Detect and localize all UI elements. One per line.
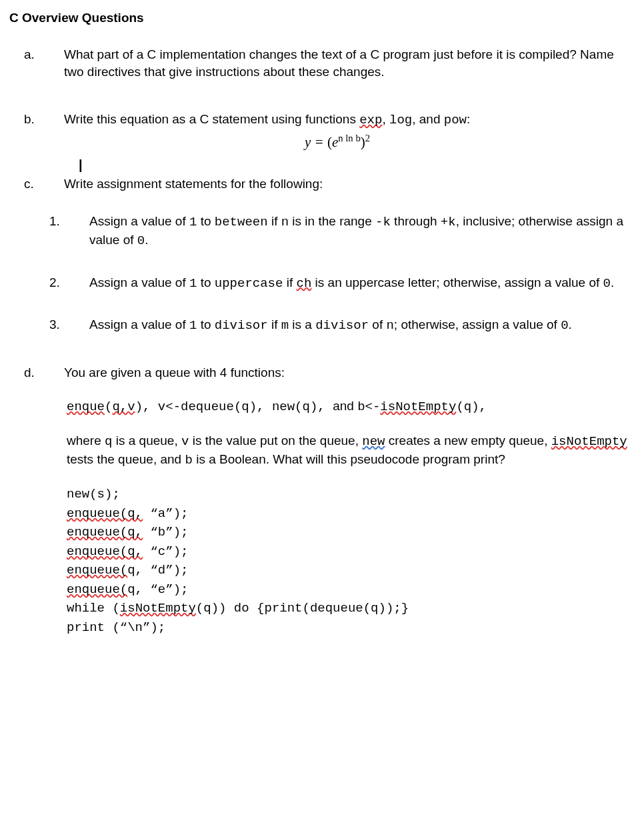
text-c: Write assignment statements for the foll…	[64, 177, 323, 191]
code-isnotempty: isNotEmpty	[120, 601, 196, 616]
code-b: b	[185, 453, 192, 468]
t: ,	[479, 399, 487, 414]
eq-sq: 2	[365, 133, 370, 143]
colon: :	[467, 112, 470, 126]
t: if	[268, 317, 281, 331]
code-enqueue: enqueue(	[67, 563, 127, 578]
eq-e: e	[332, 134, 338, 150]
code-v: v	[181, 434, 189, 449]
code-q: q,	[127, 563, 143, 578]
code-exp: exp	[359, 113, 382, 127]
code-pow: pow	[444, 113, 467, 127]
eq-lhs: y =	[305, 134, 327, 150]
t: to	[197, 317, 214, 331]
marker-d: d.	[44, 364, 61, 382]
text-a: What part of a C implementation changes …	[64, 47, 614, 79]
code-line: enqueue(q, “d”);	[67, 561, 631, 580]
t: while (	[67, 601, 120, 616]
code-line: enqueue(q, “c”);	[67, 542, 631, 562]
eq-rp: )	[361, 134, 365, 150]
code-enqueue: enqueue(	[67, 544, 127, 559]
t: “c”);	[143, 544, 188, 559]
t: is a	[289, 317, 315, 331]
marker-c2: 2.	[69, 274, 87, 292]
question-d: d.You are given a queue with 4 functions…	[44, 364, 631, 382]
t: is a Boolean. What will this pseudocode …	[193, 452, 505, 466]
t: to	[197, 275, 214, 289]
t: is an uppercase letter; otherwise, assig…	[311, 275, 603, 289]
t: ,	[317, 399, 333, 414]
question-c1: 1.Assign a value of 1 to between if n is…	[69, 213, 631, 249]
t: ; otherwise, assign a value of	[394, 317, 561, 331]
code-q: q	[105, 434, 112, 449]
sep: , and	[412, 112, 444, 126]
t: (	[105, 399, 112, 414]
t: Assign a value of	[89, 275, 189, 289]
eq-b: b	[355, 133, 360, 143]
eq-n: n	[338, 133, 343, 143]
t: “e”);	[143, 582, 188, 597]
text-d: You are given a queue with 4 functions:	[64, 365, 285, 379]
code-1: 1	[189, 318, 197, 333]
code-q: q,	[127, 582, 143, 597]
code-m: m	[281, 318, 289, 333]
d-functions: enque(q,v), v<-dequeue(q), new(q), and b…	[67, 397, 631, 416]
t: )	[135, 399, 143, 414]
t: if	[268, 214, 281, 228]
code-q: q,	[127, 506, 143, 521]
t: .	[145, 233, 148, 247]
code-1: 1	[189, 276, 197, 291]
t: .	[569, 317, 572, 331]
code-line: print (“\n”);	[67, 618, 631, 638]
code-enqueue: enqueue(	[67, 506, 127, 521]
code-q: q,	[127, 525, 143, 540]
t: “a”);	[143, 506, 188, 521]
t: .	[611, 275, 614, 289]
t: is the value put on the queue,	[189, 434, 362, 448]
t: Assign a value of	[89, 214, 189, 228]
equation: y = (en ln b)2	[44, 131, 631, 152]
eq-lp: (	[327, 134, 332, 150]
code-qv: q,v	[112, 399, 135, 414]
t: “b”);	[143, 525, 188, 540]
code-divisor: divisor	[315, 318, 369, 333]
marker-c3: 3.	[69, 316, 87, 334]
question-b: b.Write this equation as a C statement u…	[44, 111, 631, 171]
marker-c: c.	[44, 175, 61, 193]
text-b-1: Write this equation as a C statement usi…	[64, 112, 359, 126]
code-divisor: divisor	[215, 318, 268, 333]
t: “d”);	[143, 563, 188, 578]
code-0: 0	[561, 318, 568, 333]
t: and	[333, 399, 357, 413]
d-paragraph: where q is a queue, v is the value put o…	[67, 432, 631, 469]
code-vdeq: v<-dequeue(q)	[158, 399, 257, 414]
code-enque: enque	[67, 399, 105, 414]
t: Assign a value of	[89, 317, 189, 331]
question-c2: 2.Assign a value of 1 to uppercase if ch…	[69, 274, 631, 293]
question-c3: 3.Assign a value of 1 to divisor if m is…	[69, 316, 631, 335]
t: if	[283, 275, 296, 289]
t: where	[67, 434, 105, 448]
t: tests the queue, and	[67, 452, 185, 466]
t: through	[391, 214, 441, 228]
t: to	[197, 214, 214, 228]
code-0: 0	[603, 276, 611, 291]
marker-a: a.	[44, 46, 61, 64]
t: (q)) do {print(dequeue(q));}	[196, 601, 409, 616]
t: creates a new empty queue,	[385, 434, 551, 448]
code-q: q,	[127, 544, 143, 559]
code-line: while (isNotEmpty(q)) do {print(dequeue(…	[67, 599, 631, 618]
code-enqueue: enqueue(	[67, 525, 127, 540]
code-isnotempty: isNotEmpty	[380, 399, 456, 414]
text-cursor: |	[79, 158, 631, 171]
code-line: enqueue(q, “e”);	[67, 580, 631, 600]
code-line: enqueue(q, “b”);	[67, 523, 631, 542]
code-line: new(s);	[67, 485, 631, 504]
code-new: new	[362, 434, 385, 449]
code-n: n	[281, 215, 289, 229]
t: ,	[143, 399, 158, 414]
sep: ,	[382, 112, 389, 126]
code-mk: -k	[375, 215, 391, 229]
marker-b: b.	[44, 111, 61, 129]
code-between: between	[215, 215, 268, 229]
